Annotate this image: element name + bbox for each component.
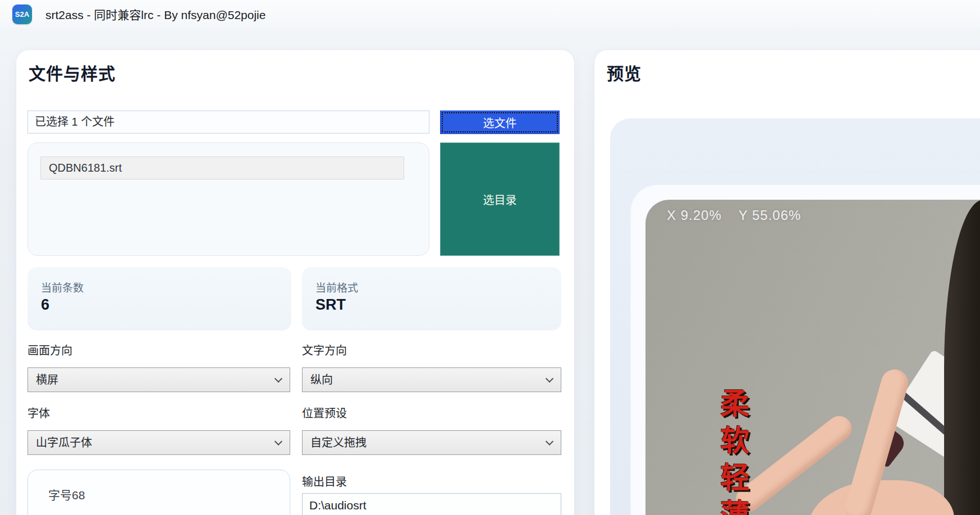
- output-dir-input[interactable]: [302, 493, 561, 515]
- screen-direction-label: 画面方向: [28, 342, 72, 358]
- preview-subtitle[interactable]: 柔软轻薄: [712, 388, 754, 515]
- text-direction-label: 文字方向: [302, 342, 347, 358]
- font-label: 字体: [28, 404, 50, 421]
- stat-label: 当前格式: [315, 279, 358, 295]
- stat-value: SRT: [315, 296, 346, 314]
- select-value: 纵向: [310, 374, 333, 386]
- select-value: 自定义拖拽: [310, 436, 367, 449]
- text-direction-select[interactable]: 纵向: [302, 367, 561, 392]
- stat-label: 当前条数: [41, 279, 84, 295]
- selected-files-summary[interactable]: 已选择 1 个文件: [28, 111, 429, 134]
- chevron-down-icon: [274, 438, 282, 445]
- font-size-card: 字号68: [28, 470, 290, 515]
- video-wrapper: 柔软轻薄 X 9.20%Y 55.06%: [630, 185, 980, 515]
- position-preset-label: 位置预设: [302, 404, 347, 421]
- coord-x-value: X 9.20%: [667, 208, 722, 223]
- select-value: 山字瓜子体: [36, 436, 92, 449]
- file-list-item[interactable]: QDBN6181.srt: [40, 157, 404, 180]
- panel-title-preview: 预览: [607, 60, 642, 85]
- stat-value: 6: [41, 296, 49, 314]
- title-bar: S2A srt2ass - 同时兼容lrc - By nfsyan@52poji…: [0, 0, 980, 28]
- preview-panel: 预览 柔软轻薄 X 9.20%Y 55.06%: [594, 49, 980, 515]
- stat-card-format: 当前格式 SRT: [302, 267, 561, 330]
- chevron-down-icon: [546, 375, 553, 383]
- app-icon: S2A: [12, 4, 32, 24]
- panel-title-files: 文件与样式: [29, 60, 116, 85]
- chevron-down-icon: [274, 375, 282, 383]
- font-size-label: 字号68: [48, 486, 85, 503]
- app-window: S2A srt2ass - 同时兼容lrc - By nfsyan@52poji…: [0, 0, 980, 515]
- coordinate-overlay: X 9.20%Y 55.06%: [667, 208, 818, 223]
- choose-directory-button[interactable]: 选目录: [440, 142, 560, 256]
- choose-file-button[interactable]: 选文件: [440, 111, 560, 134]
- preview-container: 柔软轻薄 X 9.20%Y 55.06%: [610, 118, 980, 515]
- hand-shape: [808, 480, 954, 515]
- screen-direction-select[interactable]: 横屏: [28, 367, 290, 392]
- position-preset-select[interactable]: 自定义拖拽: [302, 430, 561, 455]
- file-list[interactable]: QDBN6181.srt: [28, 142, 429, 256]
- select-value: 横屏: [36, 374, 58, 386]
- video-preview[interactable]: 柔软轻薄 X 9.20%Y 55.06%: [645, 200, 980, 515]
- output-dir-label: 输出目录: [302, 473, 347, 489]
- hair-shape: [944, 200, 980, 515]
- window-title: srt2ass - 同时兼容lrc - By nfsyan@52pojie: [45, 6, 265, 22]
- font-select[interactable]: 山字瓜子体: [28, 430, 290, 455]
- chevron-down-icon: [546, 438, 553, 445]
- files-styles-panel: 文件与样式 已选择 1 个文件 选文件 QDBN6181.srt 选目录 当前条…: [16, 49, 575, 515]
- coord-y-value: Y 55.06%: [739, 208, 802, 223]
- stat-card-entry-count: 当前条数 6: [28, 267, 291, 330]
